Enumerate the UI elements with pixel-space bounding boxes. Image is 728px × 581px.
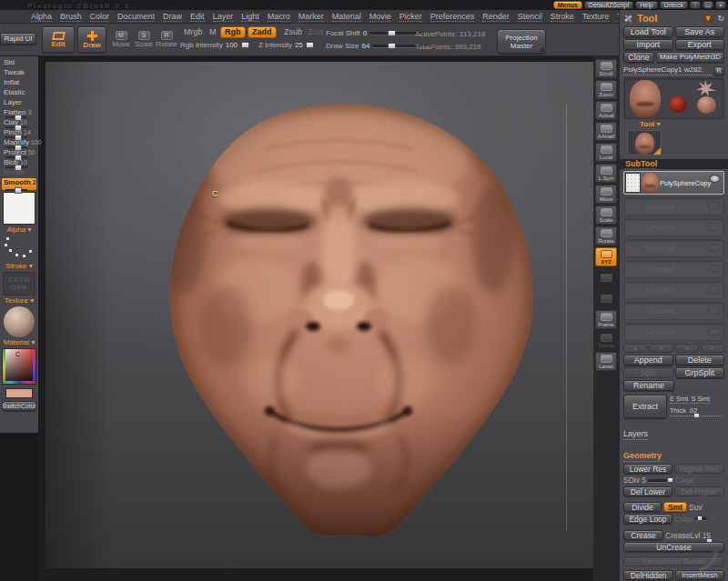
sdiv-slider[interactable]: SDiv 5 (623, 476, 646, 485)
shelf-button[interactable]: Scale (595, 205, 617, 225)
shelf-button[interactable]: AAHalf (595, 122, 617, 141)
crisp-toggle[interactable]: Crisp (674, 515, 693, 524)
visibility-eye-icon[interactable] (709, 175, 721, 183)
menu-item[interactable]: Document (117, 12, 155, 22)
menu-item[interactable]: Alpha (31, 12, 52, 22)
tool-flyout-label[interactable]: Tool ▾ (623, 120, 724, 129)
active-tool-slot[interactable] (627, 130, 662, 155)
subtool-unused-row[interactable]: Unused (623, 218, 724, 236)
subtool-unused-row[interactable]: Unused (623, 260, 724, 278)
subtool-unused-row[interactable]: Unused (623, 239, 724, 257)
stroke-label[interactable]: Stroke ▾ (2, 262, 36, 270)
menu-item[interactable]: Picker (399, 12, 422, 22)
draw-button[interactable]: Draw (77, 26, 106, 53)
menus-button[interactable]: Menus (553, 1, 582, 9)
subtool-unused-row[interactable]: Unused (623, 302, 724, 320)
color-swatch[interactable] (5, 388, 33, 398)
shelf-button[interactable]: Scroll (595, 59, 617, 78)
export-button[interactable]: Export (675, 39, 725, 50)
brush-preset[interactable]: Layer (2, 98, 36, 107)
color-picker[interactable]: C (2, 348, 36, 385)
menu-item[interactable]: Stencil (518, 12, 542, 22)
brush-preset[interactable]: Flatten 3 (2, 108, 36, 117)
shelf-button[interactable]: Move (595, 185, 617, 204)
shelf-button[interactable]: Lasso (595, 352, 617, 371)
subtool-section-header[interactable]: SubTool (620, 159, 728, 169)
brush-preset[interactable]: Clay 10 (2, 118, 36, 127)
document-area[interactable]: C (46, 62, 593, 568)
menu-item[interactable]: Material (332, 12, 361, 22)
shelf-button[interactable]: L.Sym (595, 164, 617, 183)
shelf-button[interactable]: Local (595, 143, 617, 162)
zadd-toggle[interactable]: Zadd (248, 26, 277, 38)
make-polymesh3d-button[interactable]: Make PolyMesh3D (656, 52, 724, 63)
panel-cycle-icon[interactable]: ↻ (717, 14, 724, 23)
shelf-button[interactable]: Actual (595, 101, 617, 120)
del-hidden-button[interactable]: DelHidden (623, 570, 673, 580)
zcut-toggle[interactable]: Zcut (304, 27, 328, 37)
shelf-button[interactable] (595, 289, 617, 308)
subtool-unused-row[interactable]: Unused (623, 281, 724, 299)
panel-menu-icon[interactable]: ▼ (703, 14, 714, 23)
rgb-toggle[interactable]: Rgb (220, 26, 246, 38)
crease-lvl-slider[interactable]: CreaseLvl 15 (665, 531, 711, 540)
shelf-button[interactable]: Transp (595, 331, 617, 350)
smt-toggle[interactable]: Smt (663, 502, 687, 512)
tool-thumb-head[interactable] (630, 80, 661, 117)
subtool-up-button[interactable]: ▲ (623, 344, 647, 353)
brush-preset[interactable]: Smooth 2 (2, 178, 36, 190)
texture-label[interactable]: Texture ▾ (2, 296, 36, 305)
restore-icon[interactable]: ▭ (703, 1, 713, 9)
switch-color-button[interactable]: SwitchColor (2, 401, 36, 411)
rgb-intensity-slider[interactable]: Rgb Intensity100 (180, 41, 249, 49)
menu-item[interactable]: Stroke (551, 12, 574, 22)
geometry-section-header[interactable]: Geometry (623, 451, 662, 462)
material-label[interactable]: Material ▾ (2, 338, 36, 346)
alpha-thumbnail[interactable] (3, 192, 35, 225)
tool-thumb-sphere[interactable] (697, 96, 716, 114)
default-zscript-button[interactable]: DefaultZScript (584, 1, 633, 9)
brush-preset[interactable]: Elastic (2, 88, 36, 97)
e-smt-toggle[interactable]: E Smt (670, 395, 688, 404)
brush-preset[interactable]: Morph (2, 168, 36, 177)
append-button[interactable]: Append (623, 355, 673, 366)
menu-item[interactable]: Light (241, 12, 259, 22)
delete-button[interactable]: Delete (675, 355, 725, 366)
menu-item[interactable]: Draw (163, 12, 182, 22)
menu-item[interactable]: Color (90, 12, 110, 22)
menu-item[interactable]: Macro (268, 12, 290, 22)
brush-preset[interactable]: Pinch 14 (2, 128, 36, 137)
import-button[interactable]: Import (623, 39, 673, 50)
menu-item[interactable]: Texture (582, 12, 610, 22)
shelf-button[interactable]: Rotate (595, 226, 617, 245)
brush-preset[interactable]: Inflat (2, 78, 36, 87)
help-button[interactable]: Help (635, 1, 657, 9)
clone-button[interactable]: Clone (623, 52, 654, 63)
del-higher-button[interactable]: Del Higher (674, 486, 724, 496)
brush-preset[interactable]: Project 50 (2, 148, 36, 157)
focal-shift-slider[interactable]: Focal Shift0 (326, 29, 426, 37)
m-toggle[interactable]: M (206, 27, 220, 37)
zsub-toggle[interactable]: Zsub (280, 27, 306, 37)
del-lower-button[interactable]: Del Lower (623, 486, 672, 496)
texture-thumbnail[interactable]: TXTR OFF (3, 272, 35, 296)
menu-item[interactable]: Preferences (430, 12, 475, 22)
material-thumbnail[interactable] (4, 306, 35, 337)
current-tool-name[interactable]: PolySphereCopy1 w282. (623, 65, 712, 75)
lower-res-button[interactable]: Lower Res (623, 464, 672, 474)
shelf-button[interactable] (595, 268, 617, 287)
shelf-button[interactable]: Zoom (595, 80, 617, 99)
brush-preset[interactable]: Std (2, 58, 36, 67)
suv-toggle[interactable]: Suv (689, 503, 703, 512)
tool-thumb-star[interactable] (694, 80, 716, 96)
alpha-label[interactable]: Alpha ▾ (2, 225, 36, 234)
projection-master-button[interactable]: Projection Master (497, 29, 546, 54)
scale-button[interactable]: S Scale (133, 26, 155, 53)
shelf-button[interactable]: XYZ (595, 247, 617, 266)
brush-preset[interactable]: Blob 10 (2, 158, 36, 167)
extract-button[interactable]: Extract (623, 395, 667, 418)
menu-item[interactable]: Brush (60, 12, 82, 22)
subtool-unused-row[interactable]: Unused (623, 197, 724, 215)
shelf-button[interactable]: Frame (595, 310, 617, 329)
brush-preset[interactable]: Magnify 100 (2, 138, 36, 147)
